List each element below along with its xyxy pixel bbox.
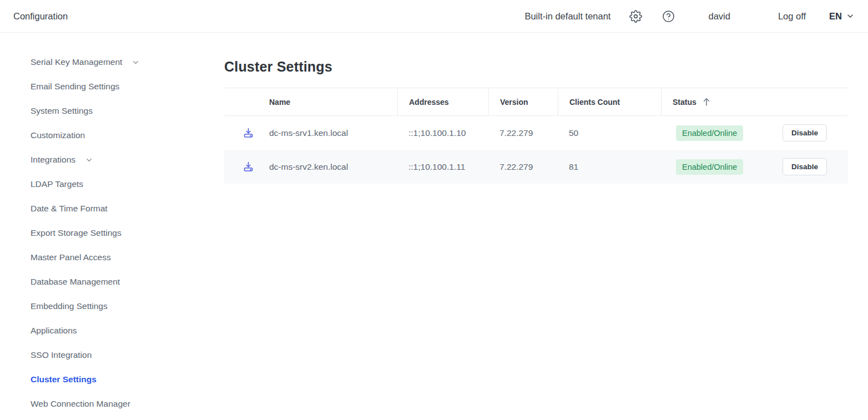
topbar: Configuration Built-in default tenant da… <box>0 0 868 33</box>
sidebar-item-label: SSO Integration <box>31 350 92 360</box>
sidebar-item-applications[interactable]: Applications <box>31 318 224 343</box>
status-cell: Enabled/Online Disable <box>661 124 848 141</box>
version-cell: 7.22.279 <box>488 162 558 172</box>
help-button[interactable] <box>662 10 675 23</box>
sidebar-item-web-connection-manager[interactable]: Web Connection Manager <box>31 392 224 416</box>
chevron-down-icon <box>846 12 855 21</box>
main-content: Cluster Settings Name Addresses Version … <box>224 33 868 420</box>
user-name[interactable]: david <box>708 11 730 22</box>
sidebar-item-master-panel-access[interactable]: Master Panel Access <box>31 245 224 270</box>
name-cell: dc-ms-srv2.ken.local <box>224 161 397 173</box>
topbar-actions: Built-in default tenant david Log off EN <box>524 10 855 23</box>
sidebar-item-ldap-targets[interactable]: LDAP Targets <box>31 172 224 196</box>
table-header-row: Name Addresses Version Clients Count Sta… <box>224 88 848 116</box>
sidebar-item-label: System Settings <box>31 106 93 116</box>
sidebar-item-serial-key-management[interactable]: Serial Key Management <box>31 50 224 74</box>
page-body: Serial Key Management Email Sending Sett… <box>0 33 868 420</box>
sidebar-item-cluster-settings[interactable]: Cluster Settings <box>31 367 224 392</box>
download-icon[interactable] <box>243 161 254 173</box>
sidebar-item-label: Database Management <box>31 277 120 287</box>
server-name: dc-ms-srv1.ken.local <box>269 128 348 138</box>
column-header-addresses[interactable]: Addresses <box>397 88 488 115</box>
addresses-cell: ::1;10.100.1.10 <box>397 128 488 138</box>
column-header-status[interactable]: Status <box>661 88 848 115</box>
language-label: EN <box>829 11 842 22</box>
tenant-name: Built-in default tenant <box>524 11 610 22</box>
status-cell: Enabled/Online Disable <box>661 158 848 175</box>
table-row: dc-ms-srv1.ken.local ::1;10.100.1.10 7.2… <box>224 116 848 150</box>
cluster-table: Name Addresses Version Clients Count Sta… <box>224 88 848 184</box>
column-header-version[interactable]: Version <box>488 88 558 115</box>
sidebar-item-email-sending-settings[interactable]: Email Sending Settings <box>31 74 224 99</box>
status-badge: Enabled/Online <box>676 159 743 175</box>
sidebar-item-label: Cluster Settings <box>31 375 97 384</box>
disable-button[interactable]: Disable <box>783 124 827 141</box>
sidebar-item-system-settings[interactable]: System Settings <box>31 99 224 123</box>
sidebar-item-label: Embedding Settings <box>31 301 108 311</box>
chevron-down-icon <box>132 58 140 67</box>
sidebar-item-customization[interactable]: Customization <box>31 123 224 148</box>
sidebar-item-label: Web Connection Manager <box>31 399 130 409</box>
column-header-name[interactable]: Name <box>224 88 397 115</box>
sidebar: Serial Key Management Email Sending Sett… <box>0 33 224 420</box>
sidebar-item-label: Applications <box>31 326 77 336</box>
clients-count-cell: 81 <box>558 162 661 172</box>
disable-button[interactable]: Disable <box>783 158 827 175</box>
column-header-clients-count[interactable]: Clients Count <box>558 88 661 115</box>
server-name: dc-ms-srv2.ken.local <box>269 162 348 172</box>
language-selector[interactable]: EN <box>829 11 855 22</box>
settings-button[interactable] <box>629 10 642 23</box>
table-row: dc-ms-srv2.ken.local ::1;10.100.1.11 7.2… <box>224 150 848 184</box>
app-title: Configuration <box>13 11 68 22</box>
download-icon[interactable] <box>243 127 254 139</box>
sidebar-item-database-management[interactable]: Database Management <box>31 270 224 294</box>
sort-ascending-icon <box>703 97 710 107</box>
sidebar-item-label: Master Panel Access <box>31 252 111 262</box>
page-title: Cluster Settings <box>224 59 848 75</box>
chevron-down-icon <box>85 156 93 164</box>
addresses-cell: ::1;10.100.1.11 <box>397 162 488 172</box>
clients-count-cell: 50 <box>558 128 661 138</box>
sidebar-item-label: Integrations <box>31 155 75 165</box>
gear-icon <box>629 10 642 23</box>
sidebar-item-label: Email Sending Settings <box>31 82 119 92</box>
help-icon <box>662 10 675 23</box>
sidebar-item-embedding-settings[interactable]: Embedding Settings <box>31 294 224 318</box>
sidebar-item-integrations[interactable]: Integrations <box>31 148 224 172</box>
sidebar-item-sso-integration[interactable]: SSO Integration <box>31 343 224 367</box>
sidebar-item-label: Export Storage Settings <box>31 228 122 238</box>
name-cell: dc-ms-srv1.ken.local <box>224 127 397 139</box>
sidebar-item-export-storage-settings[interactable]: Export Storage Settings <box>31 221 224 245</box>
sidebar-item-label: Serial Key Management <box>31 57 122 67</box>
status-badge: Enabled/Online <box>676 125 743 141</box>
sidebar-item-label: Customization <box>31 130 85 140</box>
sidebar-item-label: Date & Time Format <box>31 204 108 214</box>
log-off-button[interactable]: Log off <box>778 11 806 22</box>
version-cell: 7.22.279 <box>488 128 558 138</box>
sidebar-item-label: LDAP Targets <box>31 179 83 189</box>
sidebar-item-date-time-format[interactable]: Date & Time Format <box>31 196 224 221</box>
